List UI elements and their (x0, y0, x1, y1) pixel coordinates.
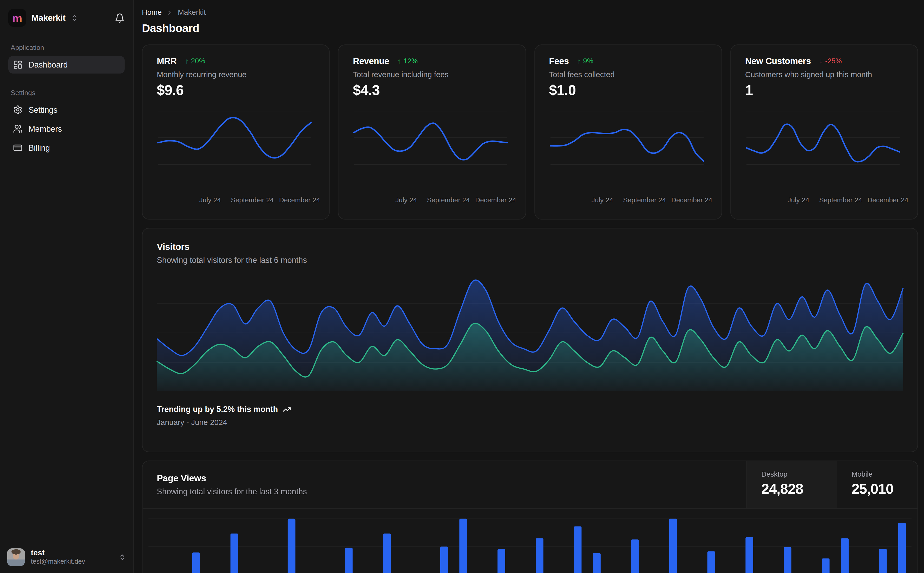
arrow-up-icon: ↑ (577, 56, 580, 65)
visitors-card: Visitors Showing total visitors for the … (142, 228, 918, 452)
breadcrumb-current: Makerkit (178, 8, 206, 17)
segment-label: Desktop (761, 470, 822, 478)
badge-value: 9% (583, 56, 593, 65)
axis-tick: September 24 (819, 196, 862, 204)
users-icon (13, 124, 23, 134)
badge-value: -25% (825, 56, 842, 65)
axis-tick: September 24 (623, 196, 666, 204)
visitors-title: Visitors (157, 241, 903, 252)
x-axis-labels: July 24 September 24 December 24 (743, 196, 911, 205)
chevron-right-icon (166, 9, 173, 16)
x-axis-labels: July 24 September 24 December 24 (547, 196, 715, 205)
stat-value: $9.6 (157, 82, 315, 99)
stat-title: MRR (157, 56, 177, 66)
fees-sparkline-chart (550, 110, 704, 165)
trending-up-icon (283, 405, 291, 413)
badge-value: 20% (191, 56, 206, 65)
sidebar: m Makerkit Application Dashboard Setting… (0, 0, 133, 573)
page-views-subtitle: Showing total visitors for the last 3 mo… (157, 487, 732, 496)
x-axis-labels: July 24 September 24 December 24 (154, 196, 323, 205)
revenue-sparkline-chart (354, 110, 507, 165)
axis-tick: December 24 (671, 196, 712, 204)
axis-tick: December 24 (279, 196, 320, 204)
visitors-period: January - June 2024 (157, 418, 903, 426)
user-meta: test test@makerkit.dev (31, 548, 85, 566)
chevrons-up-down-icon (119, 554, 126, 561)
stat-card-fees: Fees ↑ 9% Total fees collected $1.0 July… (534, 44, 722, 219)
user-menu[interactable]: test test@makerkit.dev (7, 548, 126, 566)
section-label-settings: Settings (11, 89, 122, 96)
trend-badge: ↓ -25% (819, 56, 842, 65)
axis-tick: July 24 (395, 196, 417, 204)
arrow-down-icon: ↓ (819, 56, 823, 65)
axis-tick: July 24 (591, 196, 613, 204)
stat-description: Monthly recurring revenue (157, 70, 315, 79)
stat-title: New Customers (745, 56, 811, 66)
section-label-application: Application (11, 44, 122, 51)
dashboard-grid-icon (13, 60, 23, 70)
breadcrumb: Home Makerkit (142, 8, 918, 17)
visitors-subtitle: Showing total visitors for the last 6 mo… (157, 256, 903, 265)
axis-tick: December 24 (475, 196, 516, 204)
page-views-bar-chart (148, 509, 911, 573)
user-email: test@makerkit.dev (31, 558, 85, 566)
axis-tick: December 24 (868, 196, 908, 204)
stat-card-revenue: Revenue ↑ 12% Total revenue including fe… (338, 44, 526, 219)
page-views-card: Page Views Showing total visitors for th… (142, 460, 918, 573)
sidebar-item-label: Settings (28, 105, 57, 114)
sidebar-item-label: Dashboard (28, 60, 68, 69)
sidebar-item-billing[interactable]: Billing (8, 139, 125, 157)
axis-tick: September 24 (427, 196, 470, 204)
segment-value: 25,010 (852, 481, 903, 498)
customers-sparkline-chart (746, 110, 900, 165)
user-avatar (7, 548, 25, 566)
axis-tick: September 24 (231, 196, 274, 204)
gear-icon (13, 105, 23, 114)
logo-letter: m (12, 12, 22, 23)
sidebar-item-dashboard[interactable]: Dashboard (8, 56, 125, 74)
axis-tick: July 24 (788, 196, 809, 204)
page-title: Dashboard (142, 22, 918, 35)
makerkit-logo: m (8, 9, 26, 27)
stat-value: 1 (745, 82, 903, 99)
x-axis-labels: July 24 September 24 December 24 (351, 196, 519, 205)
credit-card-icon (13, 143, 23, 153)
sidebar-item-label: Billing (28, 143, 50, 152)
stat-title: Revenue (353, 56, 389, 66)
workspace-selector[interactable]: m Makerkit (8, 7, 125, 28)
trend-badge: ↑ 12% (397, 56, 418, 65)
trend-text: Trending up by 5.2% this month (157, 405, 278, 413)
stat-value: $1.0 (549, 82, 707, 99)
page-views-title: Page Views (157, 473, 732, 484)
segment-desktop[interactable]: Desktop 24,828 (747, 461, 837, 508)
arrow-up-icon: ↑ (397, 56, 401, 65)
breadcrumb-home-link[interactable]: Home (142, 8, 162, 17)
sidebar-item-settings[interactable]: Settings (8, 101, 125, 119)
trend-badge: ↑ 20% (185, 56, 206, 65)
stat-description: Total revenue including fees (353, 70, 511, 79)
stat-card-new-customers: New Customers ↓ -25% Customers who signe… (730, 44, 918, 219)
segment-value: 24,828 (761, 481, 822, 498)
main-content: Home Makerkit Dashboard MRR ↑ 20% Monthl… (133, 0, 924, 573)
notifications-bell-icon[interactable] (115, 13, 125, 23)
segment-mobile[interactable]: Mobile 25,010 (837, 461, 918, 508)
badge-value: 12% (403, 56, 418, 65)
app-window: m Makerkit Application Dashboard Setting… (0, 0, 924, 573)
segment-label: Mobile (852, 470, 903, 478)
stat-cards-row: MRR ↑ 20% Monthly recurring revenue $9.6… (142, 44, 918, 219)
stat-title: Fees (549, 56, 569, 66)
stat-description: Customers who signed up this month (745, 70, 903, 79)
user-name: test (31, 548, 85, 558)
visitors-area-chart (157, 274, 903, 392)
workspace-name: Makerkit (31, 13, 66, 23)
stat-card-mrr: MRR ↑ 20% Monthly recurring revenue $9.6… (142, 44, 330, 219)
page-views-header: Page Views Showing total visitors for th… (143, 461, 918, 509)
chevrons-up-down-icon (71, 14, 78, 22)
sidebar-item-members[interactable]: Members (8, 120, 125, 138)
mrr-sparkline-chart (158, 110, 311, 165)
axis-tick: July 24 (199, 196, 221, 204)
stat-value: $4.3 (353, 82, 511, 99)
sidebar-item-label: Members (28, 124, 62, 133)
arrow-up-icon: ↑ (185, 56, 189, 65)
trend-badge: ↑ 9% (577, 56, 593, 65)
